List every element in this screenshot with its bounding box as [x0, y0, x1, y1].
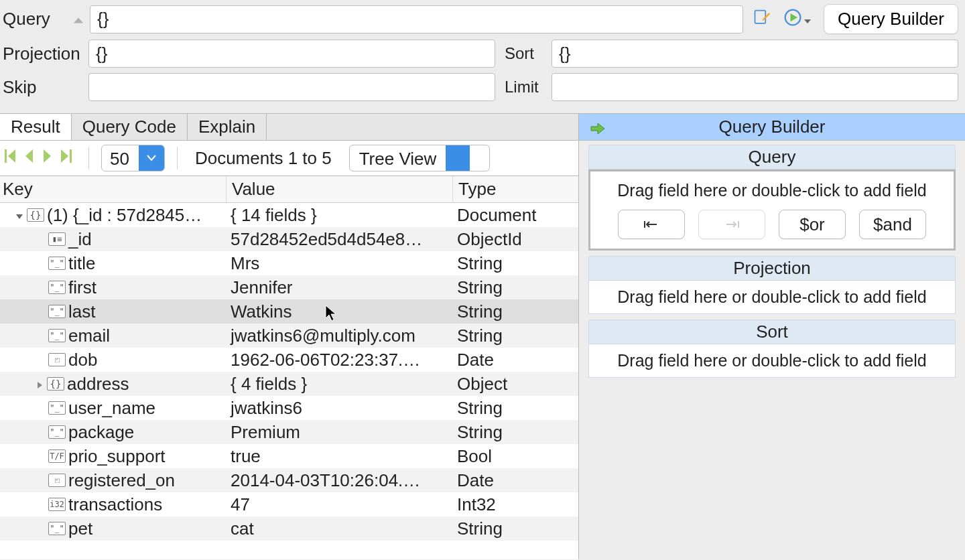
disclosure-down-icon[interactable] [15, 205, 24, 226]
dropdown-chevron-icon[interactable] [803, 10, 812, 29]
qb-and-button[interactable]: $and [859, 210, 926, 239]
cell-value: Jennifer [227, 277, 453, 298]
sort-input[interactable]: {} [552, 40, 958, 68]
page-size-select[interactable]: 50 [101, 145, 165, 171]
qb-indent-button[interactable] [698, 210, 765, 239]
column-value[interactable]: Value [227, 176, 453, 202]
main-area: Result Query Code Explain 50 Documents 1… [0, 113, 965, 559]
qb-query-section: Query Drag field here or double-click to… [588, 145, 956, 251]
query-builder-button[interactable]: Query Builder [824, 4, 958, 34]
qb-projection-drop[interactable]: Drag field here or double-click to add f… [588, 281, 956, 314]
field-type-icon: ⏍ [48, 474, 66, 487]
skip-input[interactable] [88, 73, 495, 101]
field-type-icon: "_" [48, 329, 66, 342]
skip-label: Skip [0, 77, 88, 98]
projection-sort-row: Projection {} Sort {} [0, 40, 958, 68]
results-rows: {}(1) {_id : 57d2845…{ 14 fields }Docume… [0, 203, 578, 541]
cell-key: ⏍dob [0, 350, 227, 370]
tab-explain[interactable]: Explain [188, 114, 267, 140]
column-key[interactable]: Key [0, 176, 227, 202]
chevron-down-icon [139, 145, 164, 171]
cell-type: Bool [453, 446, 578, 467]
field-key: address [67, 374, 129, 395]
qb-sort-drop[interactable]: Drag field here or double-click to add f… [588, 344, 956, 378]
table-row[interactable]: "_"titleMrsString [0, 251, 578, 275]
qb-query-drop[interactable]: Drag field here or double-click to add f… [588, 169, 956, 251]
table-row[interactable]: "_"emailjwatkins6@multiply.comString [0, 324, 578, 348]
projection-input[interactable]: {} [88, 40, 495, 68]
qb-or-button[interactable]: $or [779, 210, 846, 239]
collapse-icon[interactable] [72, 10, 84, 29]
arrow-right-icon[interactable] [588, 119, 607, 143]
table-row[interactable]: ▮≡_id57d28452ed5d4d54e8…ObjectId [0, 227, 578, 251]
field-key: (1) {_id : 57d2845… [47, 205, 202, 226]
field-key: _id [68, 229, 92, 250]
cell-value: { 4 fields } [227, 374, 453, 395]
table-row[interactable]: "_"firstJenniferString [0, 275, 578, 299]
first-page-icon[interactable] [3, 147, 17, 169]
cell-key: ▮≡_id [0, 229, 227, 250]
last-page-icon[interactable] [59, 147, 74, 169]
cell-key: "_"package [0, 422, 227, 443]
field-key: first [68, 277, 96, 298]
table-row[interactable]: {}address{ 4 fields }Object [0, 372, 578, 396]
cell-type: Date [453, 470, 578, 491]
table-row[interactable]: "_"packagePremiumString [0, 420, 578, 444]
run-button[interactable] [783, 8, 812, 31]
cell-type: Document [453, 205, 578, 226]
field-key: package [68, 422, 134, 443]
divider [177, 147, 178, 169]
skip-limit-row: Skip Limit [0, 73, 958, 101]
field-type-icon: "_" [48, 257, 66, 270]
cell-value: { 14 fields } [227, 205, 453, 226]
qb-outdent-button[interactable] [618, 210, 685, 239]
next-page-icon[interactable] [40, 147, 55, 169]
cell-key: "_"email [0, 326, 227, 346]
table-row[interactable]: "_"user_namejwatkins6String [0, 396, 578, 420]
object-icon: {} [47, 377, 64, 391]
table-row[interactable]: T/Fprio_supporttrueBool [0, 444, 578, 468]
cell-type: String [453, 253, 578, 274]
chevron-down-icon [446, 145, 470, 171]
cell-value: jwatkins6@multiply.com [227, 326, 453, 346]
tab-query-code[interactable]: Query Code [72, 114, 188, 140]
field-key: last [68, 301, 95, 322]
results-pane: Result Query Code Explain 50 Documents 1… [0, 114, 579, 559]
cell-type: Int32 [453, 494, 578, 515]
table-row[interactable]: i32transactions47Int32 [0, 492, 578, 516]
field-key: title [68, 253, 95, 274]
cell-key: T/Fprio_support [0, 446, 227, 467]
tab-result[interactable]: Result [0, 114, 72, 140]
prev-page-icon[interactable] [21, 147, 36, 169]
view-mode-value: Tree View [350, 145, 446, 171]
cell-key: "_"first [0, 277, 227, 298]
limit-input[interactable] [552, 73, 958, 101]
cell-value: 1962-06-06T02:23:37.… [227, 350, 453, 370]
table-row[interactable]: ⏍dob1962-06-06T02:23:37.…Date [0, 348, 578, 372]
column-type[interactable]: Type [453, 176, 578, 202]
table-row[interactable]: ⏍registered_on2014-04-03T10:26:04.…Date [0, 468, 578, 492]
qb-sort-section: Sort Drag field here or double-click to … [588, 320, 956, 378]
field-type-icon: "_" [48, 425, 66, 439]
qb-sort-title: Sort [588, 320, 956, 344]
disclosure-right-icon[interactable] [35, 374, 44, 395]
cell-type: Object [453, 374, 578, 395]
table-row[interactable]: "_"lastWatkinsString [0, 299, 578, 324]
results-tabs: Result Query Code Explain [0, 114, 578, 141]
view-mode-select[interactable]: Tree View [349, 145, 490, 171]
svg-rect-2 [5, 149, 7, 163]
field-type-icon: T/F [48, 449, 66, 463]
cell-type: ObjectId [453, 229, 578, 250]
results-columns: Key Value Type [0, 176, 578, 203]
field-type-icon: "_" [48, 305, 66, 318]
query-row: Query {} Query Builder [0, 4, 958, 34]
cell-key: "_"last [0, 301, 227, 322]
table-row[interactable]: "_"petcatString [0, 516, 578, 541]
object-icon: {} [27, 208, 44, 222]
table-row[interactable]: {}(1) {_id : 57d2845…{ 14 fields }Docume… [0, 203, 578, 227]
field-key: pet [68, 518, 92, 539]
query-form: Query {} Query Builder Projection {} Sor… [0, 0, 965, 113]
edit-icon[interactable] [753, 8, 771, 31]
query-input[interactable]: {} [90, 5, 743, 33]
cell-key: {}address [0, 374, 227, 395]
